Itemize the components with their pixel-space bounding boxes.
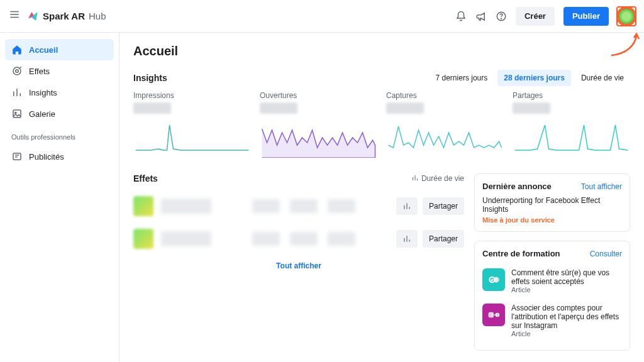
megaphone-icon[interactable] bbox=[475, 11, 487, 22]
publish-button[interactable]: Publier bbox=[564, 7, 609, 26]
nav-insights[interactable]: Insights bbox=[5, 82, 114, 103]
effect-stats-button[interactable] bbox=[396, 197, 418, 215]
education-item-sub: Article bbox=[511, 286, 622, 293]
profile-avatar[interactable] bbox=[618, 8, 635, 25]
tab-7days[interactable]: 7 derniers jours bbox=[430, 70, 494, 86]
education-panel: Centre de formation Consulter Comment êt… bbox=[474, 241, 630, 351]
education-title: Centre de formation bbox=[482, 249, 560, 258]
create-button[interactable]: Créer bbox=[516, 7, 555, 26]
sidebar: Accueil Effets Insights Galerie Outils p… bbox=[0, 33, 119, 362]
metric-value bbox=[133, 102, 171, 114]
effect-thumbnail[interactable] bbox=[133, 196, 153, 216]
svg-rect-7 bbox=[13, 110, 21, 118]
card-captures[interactable]: Captures bbox=[386, 91, 504, 160]
nav-ads[interactable]: Publicités bbox=[5, 146, 114, 167]
ads-icon bbox=[11, 151, 23, 162]
sparkline bbox=[513, 118, 630, 158]
insights-title: Insights bbox=[133, 73, 167, 83]
metric-value bbox=[260, 102, 297, 114]
bars-icon bbox=[11, 87, 23, 98]
nav-effects[interactable]: Effets bbox=[5, 60, 114, 82]
education-item-title: Associer des comptes pour l'attribution … bbox=[511, 304, 622, 330]
nav-label: Accueil bbox=[29, 45, 58, 55]
nav-label: Publicités bbox=[29, 152, 64, 162]
effect-row: Partager bbox=[133, 190, 464, 222]
tab-lifetime[interactable]: Durée de vie bbox=[575, 70, 630, 86]
education-item[interactable]: Comment être sûr(e) que vos effets soien… bbox=[482, 263, 622, 299]
page-title: Accueil bbox=[133, 44, 630, 58]
card-opens[interactable]: Ouvertures bbox=[260, 91, 377, 160]
effect-share-button[interactable]: Partager bbox=[423, 230, 464, 248]
bars-icon bbox=[411, 174, 419, 184]
nav-label: Insights bbox=[29, 88, 57, 97]
effects-title: Effets bbox=[133, 173, 158, 184]
svg-point-13 bbox=[490, 314, 492, 315]
svg-point-6 bbox=[16, 70, 19, 73]
education-item[interactable]: Associer des comptes pour l'attribution … bbox=[482, 299, 622, 343]
education-link[interactable]: Consulter bbox=[590, 250, 622, 258]
home-icon bbox=[11, 44, 23, 55]
brand-name: Spark AR bbox=[43, 11, 85, 21]
card-impressions[interactable]: Impressions bbox=[133, 91, 251, 160]
effect-row: Partager bbox=[133, 222, 464, 255]
effect-stats-button[interactable] bbox=[396, 230, 418, 248]
nav-home[interactable]: Accueil bbox=[5, 39, 114, 60]
announcement-panel: Dernière annonce Tout afficher Underrepo… bbox=[474, 173, 630, 232]
sparkline bbox=[133, 118, 251, 158]
effects-section: Effets Durée de vie Partager bbox=[133, 173, 464, 351]
topbar: Spark AR Hub Créer Publier bbox=[0, 0, 644, 33]
nav-gallery[interactable]: Galerie bbox=[5, 103, 114, 124]
effect-name bbox=[161, 199, 211, 214]
brand-logo[interactable]: Spark AR Hub bbox=[26, 10, 106, 23]
insights-range-tabs: 7 derniers jours 28 derniers jours Durée… bbox=[430, 70, 630, 86]
education-item-sub: Article bbox=[511, 330, 622, 337]
metric-value bbox=[513, 102, 550, 114]
main-content: Accueil Insights 7 derniers jours 28 der… bbox=[119, 33, 644, 362]
announcement-item[interactable]: Underreporting for Facebook Effect Insig… bbox=[482, 196, 622, 214]
notifications-icon[interactable] bbox=[455, 11, 467, 22]
announcement-show-all[interactable]: Tout afficher bbox=[581, 182, 622, 191]
nav-section-pro: Outils professionnels bbox=[5, 128, 114, 146]
help-icon[interactable] bbox=[496, 11, 507, 22]
announcement-title: Dernière annonce bbox=[482, 182, 552, 191]
effect-name bbox=[161, 231, 211, 246]
insight-cards: Impressions Ouvertures Captures Partages bbox=[133, 91, 630, 160]
brand-suffix: Hub bbox=[89, 11, 106, 21]
metric-label: Impressions bbox=[133, 91, 251, 100]
svg-point-5 bbox=[13, 67, 21, 75]
target-icon bbox=[11, 65, 23, 77]
metric-label: Captures bbox=[386, 91, 504, 100]
effect-share-button[interactable]: Partager bbox=[423, 197, 464, 215]
gallery-icon bbox=[11, 108, 23, 119]
metric-label: Partages bbox=[513, 91, 630, 100]
check-icon bbox=[482, 268, 505, 291]
card-shares[interactable]: Partages bbox=[513, 91, 630, 160]
effects-show-all[interactable]: Tout afficher bbox=[133, 261, 464, 270]
svg-point-4 bbox=[501, 18, 502, 19]
nav-label: Effets bbox=[29, 67, 50, 76]
accounts-icon bbox=[482, 304, 505, 326]
effect-thumbnail[interactable] bbox=[133, 229, 153, 249]
svg-point-8 bbox=[15, 112, 16, 113]
metric-label: Ouvertures bbox=[260, 91, 377, 100]
metric-value bbox=[386, 102, 424, 114]
sparkline bbox=[260, 118, 377, 158]
education-item-title: Comment être sûr(e) que vos effets soien… bbox=[511, 268, 622, 286]
effects-lifetime[interactable]: Durée de vie bbox=[411, 174, 464, 184]
announcement-tag: Mise à jour du service bbox=[482, 216, 622, 224]
tab-28days[interactable]: 28 derniers jours bbox=[497, 70, 571, 86]
sparkline bbox=[386, 118, 504, 158]
menu-icon[interactable] bbox=[9, 9, 20, 23]
nav-label: Galerie bbox=[29, 109, 55, 119]
